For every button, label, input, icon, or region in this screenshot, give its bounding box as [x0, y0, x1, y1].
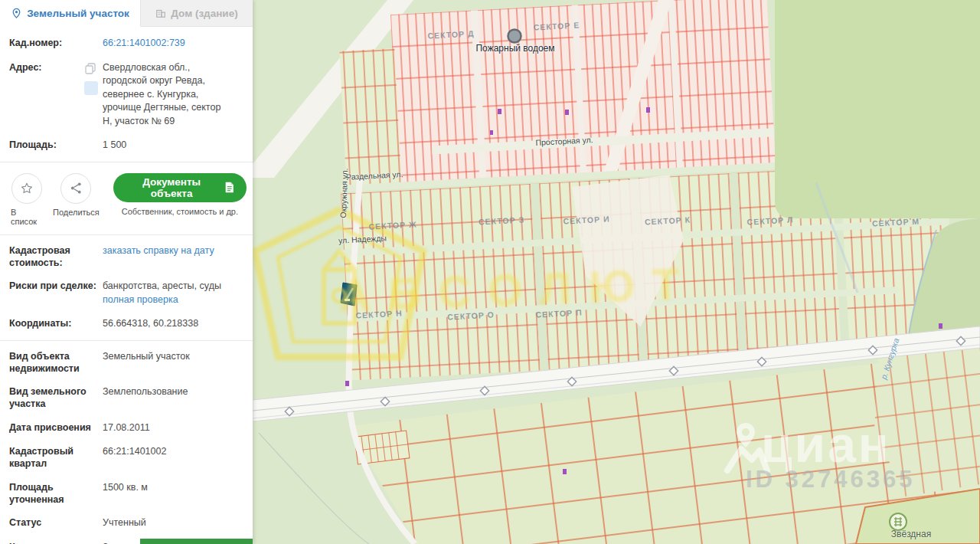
divider — [0, 162, 253, 162]
field-coordinates: Координаты: 56.664318, 60.218338 — [0, 312, 253, 336]
zvezdnaya-icon — [890, 513, 906, 530]
object-documents-button[interactable]: Документы объекта — [113, 173, 247, 202]
field-status: Статус Учтенный — [0, 511, 253, 536]
field-deal-risks: Риски при сделке: банкротства, аресты, с… — [0, 274, 253, 312]
field-address: Адрес: Свердловская обл., городской окру… — [0, 56, 253, 134]
field-cadastral-value: Кадастровая стоимость: заказать справку … — [0, 239, 253, 275]
cadastral-map-app: АБСОЛЮТ циан ID 32746365 СЕКТОР Д СЕКТОР… — [0, 0, 980, 544]
field-object-kind: Вид объекта недвижимости Земельный участ… — [0, 345, 253, 381]
cropped-green-element — [140, 539, 253, 544]
map-graphics — [253, 0, 980, 544]
copy-highlight — [84, 81, 98, 95]
field-area: Площадь: 1 500 — [0, 133, 253, 158]
order-statement-link[interactable]: заказать справку на дату — [103, 245, 214, 256]
object-info-panel: Земельный участок Дом (здание) Кад.номер… — [0, 0, 253, 544]
field-assignment-date: Дата присвоения 17.08.2011 — [0, 416, 253, 441]
star-icon — [20, 182, 34, 195]
tab-land-parcel[interactable]: Земельный участок — [0, 0, 141, 27]
building-icon — [155, 8, 166, 18]
field-refined-area: Площадь уточненная 1500 кв. м — [0, 476, 253, 512]
document-icon — [224, 181, 234, 194]
address-value: Свердловская обл., городской округ Ревда… — [103, 61, 233, 129]
full-check-link[interactable]: полная проверка — [103, 294, 178, 305]
object-type-tabs: Земельный участок Дом (здание) — [0, 0, 253, 27]
add-to-list-button[interactable]: В список — [11, 173, 42, 226]
actions-bar: В список Поделиться Документы объекта — [0, 166, 253, 231]
map-canvas[interactable]: АБСОЛЮТ циан ID 32746365 СЕКТОР Д СЕКТОР… — [253, 0, 980, 544]
field-parcel-kind: Вид земельного участка Землепользование — [0, 380, 253, 416]
tab-building[interactable]: Дом (здание) — [141, 0, 253, 26]
divider — [0, 234, 253, 235]
share-button[interactable]: Поделиться — [53, 173, 100, 217]
cadastral-number-link[interactable]: 66:21:1401002:739 — [103, 38, 185, 48]
selected-parcel[interactable] — [341, 283, 357, 306]
tab-label: Дом (здание) — [171, 8, 237, 19]
tab-label: Земельный участок — [27, 8, 129, 19]
divider — [0, 340, 253, 341]
share-icon — [70, 182, 83, 195]
field-cadastral-block: Кадастровый квартал 66:21:1401002 — [0, 440, 253, 476]
copy-icon[interactable] — [84, 62, 96, 74]
location-pin-icon — [11, 8, 22, 19]
field-cadastral-number: Кад.номер: 66:21:1401002:739 — [0, 31, 253, 56]
